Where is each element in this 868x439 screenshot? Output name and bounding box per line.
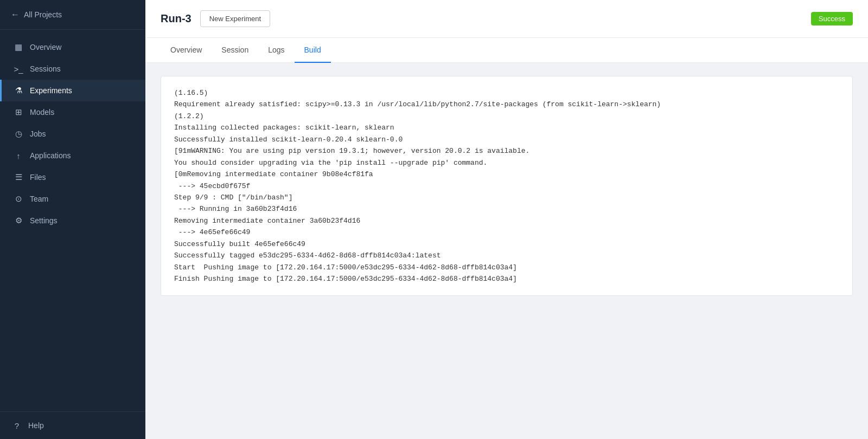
sidebar-item-team[interactable]: ⊙Team (0, 188, 145, 210)
sidebar-item-files[interactable]: ☰Files (0, 166, 145, 188)
tab-overview[interactable]: Overview (161, 38, 212, 63)
sidebar-label-files: Files (30, 173, 46, 182)
team-icon: ⊙ (14, 194, 23, 204)
sidebar-label-overview: Overview (30, 43, 61, 51)
help-icon: ? (12, 421, 22, 430)
tab-session[interactable]: Session (212, 38, 258, 63)
settings-icon: ⚙ (14, 216, 23, 225)
sidebar-item-applications[interactable]: ↑Applications (0, 145, 145, 166)
sidebar-top: ← All Projects (0, 0, 145, 30)
help-item[interactable]: ? Help (12, 421, 133, 430)
models-icon: ⊞ (14, 107, 23, 117)
main-content: Run-3 New Experiment Success OverviewSes… (145, 0, 868, 439)
back-arrow-icon: ← (11, 10, 20, 20)
content-area: (1.16.5) Requirement already satisfied: … (145, 63, 868, 439)
sidebar-item-models[interactable]: ⊞Models (0, 101, 145, 123)
sidebar-label-team: Team (30, 195, 48, 203)
status-badge: Success (811, 12, 853, 25)
sidebar: ← All Projects ▦Overview>_Sessions⚗Exper… (0, 0, 145, 439)
files-icon: ☰ (14, 172, 23, 182)
back-link[interactable]: ← All Projects (11, 10, 135, 20)
sidebar-label-applications: Applications (30, 151, 71, 160)
header-left: Run-3 New Experiment (161, 10, 270, 27)
sidebar-item-jobs[interactable]: ◷Jobs (0, 123, 145, 145)
applications-icon: ↑ (14, 151, 23, 160)
sidebar-label-models: Models (30, 108, 54, 117)
run-title: Run-3 (161, 12, 192, 25)
jobs-icon: ◷ (14, 129, 23, 139)
tab-logs[interactable]: Logs (258, 38, 294, 63)
overview-icon: ▦ (14, 42, 23, 52)
sidebar-item-settings[interactable]: ⚙Settings (0, 210, 145, 231)
sessions-icon: >_ (14, 64, 23, 74)
sidebar-bottom: ? Help (0, 411, 145, 439)
build-log: (1.16.5) Requirement already satisfied: … (161, 76, 853, 296)
tab-build[interactable]: Build (295, 38, 331, 63)
sidebar-item-overview[interactable]: ▦Overview (0, 36, 145, 58)
tabs-bar: OverviewSessionLogsBuild (145, 38, 868, 63)
sidebar-item-experiments[interactable]: ⚗Experiments (0, 80, 145, 101)
sidebar-nav: ▦Overview>_Sessions⚗Experiments⊞Models◷J… (0, 30, 145, 411)
back-label: All Projects (24, 10, 62, 19)
header: Run-3 New Experiment Success (145, 0, 868, 38)
sidebar-label-experiments: Experiments (30, 86, 72, 95)
help-label: Help (28, 421, 44, 430)
sidebar-label-sessions: Sessions (30, 64, 61, 73)
sidebar-item-sessions[interactable]: >_Sessions (0, 58, 145, 80)
sidebar-label-settings: Settings (30, 216, 58, 225)
new-experiment-button[interactable]: New Experiment (200, 10, 270, 27)
sidebar-label-jobs: Jobs (30, 130, 46, 138)
experiments-icon: ⚗ (14, 86, 23, 95)
